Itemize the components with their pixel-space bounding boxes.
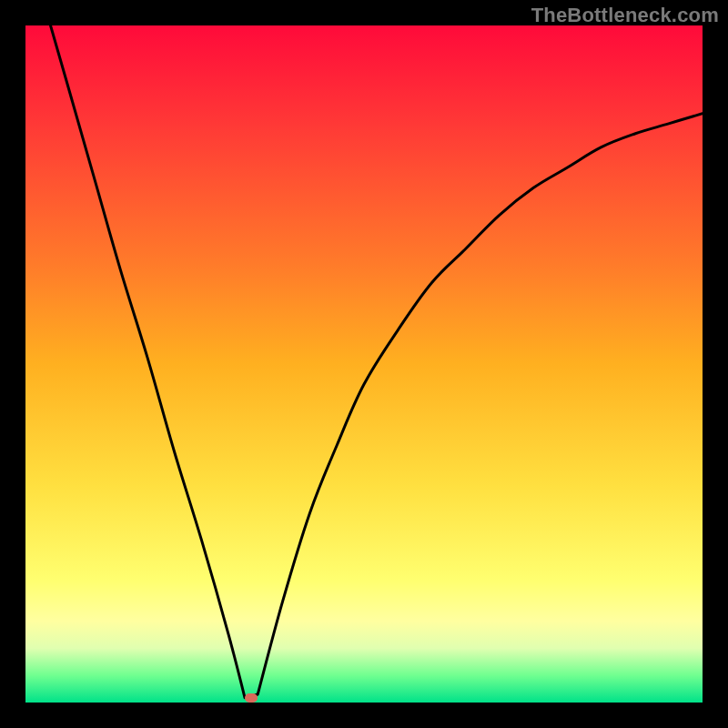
curve-right-branch xyxy=(258,114,703,694)
bottleneck-curve xyxy=(25,25,703,703)
optimum-marker xyxy=(245,693,258,703)
plot-area xyxy=(25,25,703,703)
watermark: TheBottleneck.com xyxy=(531,4,719,27)
curve-left-branch xyxy=(51,25,246,698)
chart-frame: TheBottleneck.com xyxy=(0,0,728,728)
